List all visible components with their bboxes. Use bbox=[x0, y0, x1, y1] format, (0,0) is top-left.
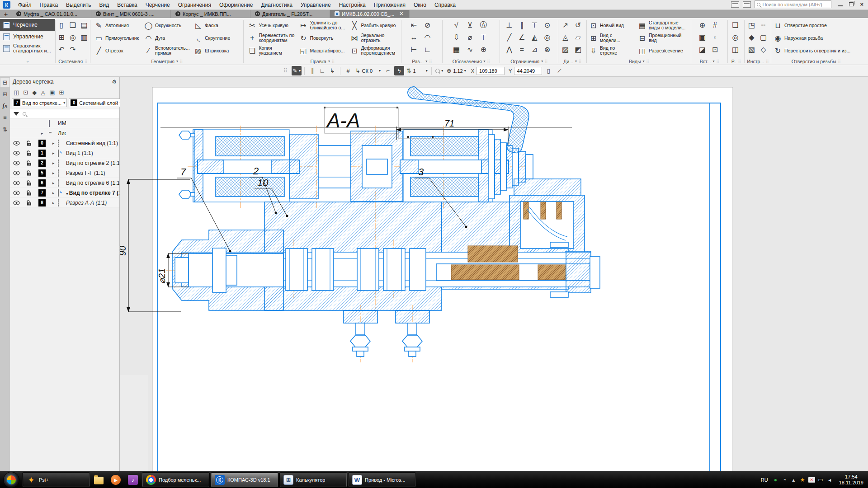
taskbar-app-button[interactable]: W Привод - Micros... bbox=[348, 472, 416, 488]
toolbar-icon[interactable]: ▨ bbox=[560, 43, 571, 56]
toolbar-icon[interactable]: ◎ bbox=[542, 31, 553, 43]
toolbar-icon[interactable]: ↷ bbox=[67, 43, 79, 56]
document-tab[interactable]: Муфта _ САО.01.01.0... bbox=[12, 10, 91, 18]
tree-row[interactable]: 6 ▸ Вид по стрелке 6 (1:1) bbox=[10, 178, 119, 188]
tree-row[interactable]: ИМКВ.16.02.000 СБ Сил... bbox=[10, 118, 119, 128]
section-grip[interactable]: ⠿ bbox=[180, 59, 183, 64]
toolbar-icon[interactable]: ⊤ bbox=[478, 31, 489, 43]
menu-item[interactable]: Настройка bbox=[335, 1, 370, 9]
visibility-eye-icon[interactable] bbox=[10, 201, 23, 205]
zoom-tool-dropdown[interactable]: ▾ bbox=[434, 66, 444, 75]
snap-toggle-button[interactable]: ϟ bbox=[394, 66, 404, 75]
ruler-icon[interactable]: ▯ bbox=[543, 66, 553, 75]
menu-item[interactable]: Окно bbox=[410, 1, 430, 9]
document-tab[interactable]: ИМКВ.16.02.000 СБ_... ✕ bbox=[330, 10, 410, 18]
menu-item[interactable]: Ограничения bbox=[174, 1, 215, 9]
toolbar-icon[interactable]: ◇ bbox=[758, 43, 769, 56]
lock-icon[interactable] bbox=[23, 190, 35, 196]
toolbar-icon[interactable]: ▦ bbox=[451, 43, 462, 56]
snap-icon[interactable]: ∟ bbox=[317, 66, 327, 75]
toolbar-icon[interactable]: ▯ bbox=[56, 19, 67, 31]
toolbar-icon[interactable]: ▧ bbox=[746, 43, 757, 56]
taskbar-app-button[interactable]: Подбор меленьк... bbox=[142, 472, 210, 488]
drag-grip-icon[interactable]: ⠿ bbox=[280, 66, 290, 75]
toolbar-icon[interactable]: ❏ bbox=[67, 19, 79, 31]
toolbar-icon[interactable]: ⊙ bbox=[542, 19, 553, 31]
snap-icon[interactable]: ↳ bbox=[327, 66, 337, 75]
menu-item[interactable]: Управление bbox=[297, 1, 335, 9]
toolbar-icon[interactable]: ◎ bbox=[67, 31, 79, 43]
toolbar-icon[interactable]: ⊻ bbox=[464, 19, 476, 31]
lock-icon[interactable] bbox=[23, 180, 35, 186]
toolbar-icon[interactable]: ▱ bbox=[572, 31, 584, 43]
visibility-eye-icon[interactable] bbox=[10, 151, 23, 155]
expand-arrow-icon[interactable]: ▸ bbox=[49, 201, 58, 205]
toolbar-icon[interactable]: ⊞ bbox=[56, 31, 67, 43]
document-tab[interactable]: Винт _ MDK 0601-3 .... bbox=[91, 10, 171, 18]
taskbar-app-button[interactable]: ⊞ Калькулятор bbox=[279, 472, 347, 488]
toolbar-icon[interactable]: ↺ bbox=[572, 19, 584, 31]
document-tab[interactable]: Двигатель _ FL20ST... bbox=[250, 10, 330, 18]
tray-icon[interactable]: ◔ bbox=[781, 477, 788, 483]
toolbar-icon[interactable]: ⇩ bbox=[451, 31, 462, 43]
visibility-eye-icon[interactable] bbox=[10, 171, 23, 175]
expand-arrow-icon[interactable]: ▸ bbox=[35, 131, 49, 136]
dock-panel-icon[interactable]: ⊟ bbox=[0, 78, 9, 87]
ribbon-button[interactable]: ↻ Перестроить отверстия и из... bbox=[771, 44, 861, 57]
ribbon-button[interactable]: ⊔ Отверстие простое bbox=[771, 19, 861, 32]
tree-row[interactable]: 0 ▸ Системный вид (1:1) bbox=[10, 138, 119, 148]
tree-tool-icon[interactable]: ◬ bbox=[41, 89, 45, 96]
tray-icon[interactable]: ✕ bbox=[808, 477, 815, 483]
lock-icon[interactable] bbox=[23, 200, 35, 206]
ribbon-button[interactable]: ↦ Удлинить до ближайшего о... bbox=[297, 19, 348, 32]
menu-item[interactable]: Приложения bbox=[370, 1, 410, 9]
toolbar-icon[interactable]: ⊢ bbox=[408, 43, 420, 56]
lock-icon[interactable] bbox=[23, 150, 35, 156]
taskbar-app-button[interactable]: ✦ Psi+ bbox=[22, 472, 90, 488]
toolbar-icon[interactable]: ╱ bbox=[504, 31, 515, 43]
new-document-tab-button[interactable]: + bbox=[0, 10, 12, 18]
lock-icon[interactable] bbox=[23, 160, 35, 166]
menu-item[interactable]: Вид bbox=[95, 1, 113, 9]
ribbon-button[interactable]: ╱ Отрезок bbox=[92, 44, 142, 57]
ribbon-button[interactable]: ▤ Стандартные виды с модели... bbox=[636, 19, 689, 32]
section-grip[interactable]: ⠿ bbox=[717, 59, 719, 64]
close-tab-icon[interactable]: ✕ bbox=[399, 11, 403, 17]
toolbar-icon[interactable]: ⊕ bbox=[478, 43, 489, 56]
ribbon-button[interactable]: ▨ Штриховка bbox=[192, 44, 241, 57]
tree-row[interactable]: ▸ Листы bbox=[10, 128, 119, 138]
ribbon-button[interactable]: ◺ Фаска bbox=[192, 19, 241, 32]
toolbar-icon[interactable]: ◭ bbox=[529, 31, 540, 43]
tree-tool-icon[interactable]: ▣ bbox=[49, 89, 55, 96]
visibility-eye-icon[interactable] bbox=[10, 181, 23, 185]
ribbon-button[interactable]: ⇩ Вид по стрелке bbox=[587, 44, 636, 57]
eyedropper-icon[interactable]: ∕ bbox=[554, 65, 566, 76]
toolbar-icon[interactable]: ◫ bbox=[730, 43, 741, 56]
section-grip[interactable]: ⠿ bbox=[85, 59, 87, 64]
menu-item[interactable]: Справка bbox=[430, 1, 460, 9]
toolbar-icon[interactable]: ⊤ bbox=[529, 19, 540, 31]
current-view-dropdown[interactable]: 7 Вид по стрелке... ▾ bbox=[12, 99, 67, 107]
tray-icon[interactable]: ◄ bbox=[826, 478, 833, 483]
toolbar-icon[interactable]: ◠ bbox=[422, 31, 433, 43]
toolbar-icon[interactable]: ▢ bbox=[758, 31, 769, 43]
y-coordinate-field[interactable]: 44.2049 bbox=[514, 67, 542, 75]
drawing-canvas[interactable]: .o{fill:#fff;stroke:#1583e6;stroke-width… bbox=[120, 77, 868, 471]
expand-arrow-icon[interactable]: ▸ bbox=[49, 191, 58, 195]
tree-row[interactable]: 5 ▸ Разрез Г-Г (1:1) bbox=[10, 168, 119, 178]
taskbar-app-button[interactable] bbox=[91, 472, 107, 488]
menu-item[interactable]: Вставка bbox=[113, 1, 142, 9]
toolbar-icon[interactable]: ⇤ bbox=[408, 19, 420, 31]
menu-item[interactable]: Файл bbox=[14, 1, 36, 9]
visibility-eye-icon[interactable] bbox=[10, 141, 23, 145]
tray-icon[interactable]: ● bbox=[772, 477, 779, 483]
toolbar-icon[interactable]: ∠ bbox=[516, 31, 528, 43]
current-layer-dropdown[interactable]: 0 Системный слой ▾ bbox=[69, 99, 123, 107]
taskbar-app-button[interactable]: К КОМПАС-3D v18.1 bbox=[211, 472, 278, 488]
expand-arrow-icon[interactable]: ▸ bbox=[49, 141, 58, 145]
x-coordinate-field[interactable]: 109.189 bbox=[476, 67, 505, 75]
tray-icon[interactable]: ▭ bbox=[817, 477, 824, 483]
expand-arrow-icon[interactable]: ▸ bbox=[49, 151, 58, 155]
toolbar-icon[interactable]: ⊘ bbox=[422, 19, 433, 31]
toolbar-icon[interactable]: ▣ bbox=[697, 31, 708, 43]
